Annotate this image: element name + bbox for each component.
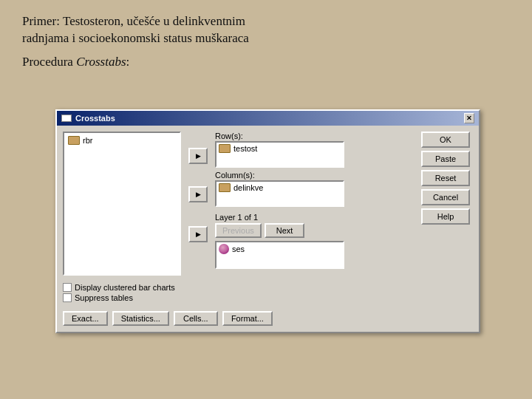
display-clustered-checkbox[interactable] [63, 283, 72, 292]
next-button[interactable]: Next [265, 223, 305, 238]
page-background: Primer: Testosteron, učešće u delinkvent… [0, 0, 532, 399]
crosstabs-dialog: Crosstabs ✕ rbr ▶ ▶ ▶ [55, 109, 480, 333]
rows-var-item: testost [219, 144, 257, 153]
var-label-rbr: rbr [83, 136, 92, 145]
layer-field-box[interactable]: ses [215, 241, 344, 269]
procedura-line: Procedura Crosstabs: [22, 55, 510, 69]
right-panel: Row(s): testost Column(s): delinkve [215, 132, 415, 276]
var-icon-rbr [68, 136, 80, 145]
columns-var-label: delinkve [233, 183, 263, 192]
procedura-label: Procedura [22, 55, 76, 69]
ok-button[interactable]: OK [421, 132, 470, 148]
title-block: Primer: Testosteron, učešće u delinkvent… [22, 13, 510, 47]
exact-button[interactable]: Exact... [63, 311, 108, 326]
layer-section: Layer 1 of 1 Previous Next ses [215, 213, 415, 269]
col-arrow-button[interactable]: ▶ [188, 186, 208, 202]
var-item-rbr[interactable]: rbr [66, 135, 177, 146]
ses-var-icon [219, 244, 229, 254]
arrow-buttons-panel: ▶ ▶ ▶ [187, 132, 209, 276]
suppress-tables-checkbox[interactable] [63, 293, 72, 302]
help-button[interactable]: Help [421, 208, 470, 225]
previous-button[interactable]: Previous [215, 223, 262, 238]
statistics-button[interactable]: Statistics... [112, 311, 169, 326]
columns-section: Column(s): delinkve [215, 171, 415, 207]
display-clustered-label: Display clustered bar charts [75, 283, 175, 292]
dialog-close-button[interactable]: ✕ [464, 113, 474, 123]
rows-var-icon [219, 144, 231, 153]
reset-button[interactable]: Reset [421, 170, 470, 186]
rows-var-label: testost [233, 144, 257, 153]
layer-nav: Previous Next [215, 223, 415, 238]
dialog-body: rbr ▶ ▶ ▶ Row(s): testost [57, 126, 479, 282]
display-clustered-row: Display clustered bar charts [63, 283, 473, 292]
layer-var-label: ses [232, 245, 245, 253]
title-line2: radnjama i socioekonomski status muškara… [22, 30, 510, 47]
dialog-titlebar: Crosstabs ✕ [57, 111, 479, 126]
cells-button[interactable]: Cells... [174, 311, 218, 326]
rows-label: Row(s): [215, 132, 415, 140]
procedura-colon: : [126, 55, 130, 69]
dialog-title-area: Crosstabs [61, 114, 115, 123]
dialog-title-text: Crosstabs [75, 114, 115, 123]
rows-section: Row(s): testost [215, 132, 415, 168]
columns-field-box[interactable]: delinkve [215, 180, 344, 207]
columns-var-item: delinkve [219, 183, 263, 192]
suppress-tables-row: Suppress tables [63, 293, 473, 302]
paste-button[interactable]: Paste [421, 151, 470, 167]
format-button[interactable]: Format... [222, 311, 273, 326]
procedura-italic: Crosstabs [76, 55, 126, 69]
columns-var-icon [219, 183, 231, 192]
cancel-button[interactable]: Cancel [421, 189, 470, 205]
dialog-footer: Display clustered bar charts Suppress ta… [57, 282, 479, 308]
row-arrow-button[interactable]: ▶ [188, 148, 208, 164]
layer-var-item: ses [219, 244, 341, 254]
bottom-buttons-row: Exact... Statistics... Cells... Format..… [57, 308, 479, 332]
action-buttons-panel: OK Paste Reset Cancel Help [421, 132, 473, 276]
title-line1: Primer: Testosteron, učešće u delinkvent… [22, 13, 510, 30]
suppress-tables-label: Suppress tables [75, 293, 133, 302]
dialog-title-icon [61, 115, 72, 122]
rows-field-box[interactable]: testost [215, 141, 344, 168]
layer-label: Layer 1 of 1 [215, 213, 415, 222]
variable-list-panel: rbr [63, 132, 181, 276]
variable-list-box[interactable]: rbr [63, 132, 181, 276]
layer-arrow-button[interactable]: ▶ [188, 226, 208, 242]
columns-label: Column(s): [215, 171, 415, 180]
